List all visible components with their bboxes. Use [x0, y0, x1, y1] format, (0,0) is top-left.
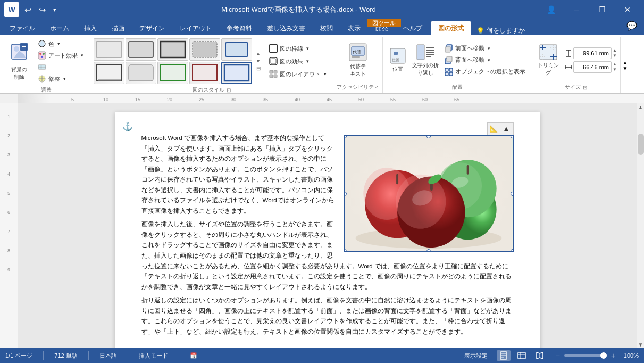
read-layout-button[interactable] — [533, 350, 547, 361]
tab-layout[interactable]: レイアウト — [172, 21, 219, 35]
ribbon-scroll-down[interactable]: ▼ — [622, 65, 628, 71]
trim-button[interactable]: トリミング — [536, 42, 561, 78]
pos-up-button[interactable]: ▲ — [500, 123, 513, 135]
text-wrap-icon — [416, 44, 435, 62]
handle-bm[interactable] — [426, 249, 431, 252]
vertical-scrollbar[interactable]: ▲ ▼ — [637, 103, 644, 348]
print-layout-button[interactable] — [497, 350, 511, 361]
width-input[interactable]: 66.46 mm — [573, 61, 612, 73]
svg-rect-48 — [445, 47, 450, 52]
group-placement-content: 位置 位置 文字列の折り返し 前面へ移動 ▾ 背面へ移動 — [386, 38, 529, 84]
style-thumb-6[interactable] — [94, 62, 124, 84]
display-settings-button[interactable]: 表示設定 — [464, 352, 488, 360]
select-objects-button[interactable]: オブジェクトの選択と表示 — [441, 67, 529, 77]
bring-front-button[interactable]: 前面へ移動 ▾ — [441, 43, 529, 54]
art-effect-button[interactable]: アート効果 ▾ — [35, 50, 87, 61]
height-up[interactable]: ▲ — [613, 48, 617, 53]
ribbon-scroll-control: ▲ ▼ — [621, 37, 629, 93]
page-count: 1/1 ページ — [5, 352, 32, 360]
scroll-track[interactable] — [637, 111, 645, 341]
zoom-slider[interactable] — [564, 354, 607, 357]
redo-button[interactable]: ↪ — [37, 4, 48, 16]
picture-border-button[interactable]: 図の枠線 ▾ — [266, 43, 330, 54]
size-dialog-launcher[interactable]: ⊡ — [583, 85, 587, 90]
style-thumb-5[interactable] — [221, 38, 252, 61]
picture-effect-button[interactable]: 図の効果 ▾ — [266, 56, 330, 67]
ribbon-scroll-up[interactable]: ▲ — [622, 60, 628, 65]
tab-file[interactable]: ファイル — [2, 21, 43, 35]
tab-design[interactable]: デザイン — [132, 21, 172, 35]
text-wrap-button[interactable]: 文字列の折り返し — [411, 42, 440, 78]
tab-review[interactable]: 校閲 — [313, 21, 340, 35]
handle-mr[interactable] — [511, 192, 514, 196]
web-layout-button[interactable] — [515, 350, 529, 361]
layout-options-button[interactable]: 📐 — [488, 123, 500, 135]
group-styles: ▲ ▼ ⊟ 図の枠線 ▾ 図の効果 ▾ 図のレイアウト ▾ — [90, 37, 333, 93]
scroll-thumb[interactable] — [638, 134, 644, 155]
style-dropdown-btn[interactable]: ⊟ — [256, 65, 261, 72]
svg-text:位置: 位置 — [392, 58, 399, 62]
svg-rect-23 — [129, 65, 153, 81]
tab-draw[interactable]: 描画 — [104, 21, 132, 35]
style-thumb-9[interactable] — [189, 62, 220, 84]
image-placeholder[interactable] — [344, 135, 514, 252]
remove-background-button[interactable]: 背景の削除 — [5, 43, 33, 79]
style-scroll-up[interactable]: ▲ — [256, 50, 261, 57]
height-spinner[interactable]: ▲ ▼ — [613, 48, 617, 59]
undo-button[interactable]: ↩ — [22, 4, 34, 16]
tab-insert[interactable]: 挿入 — [77, 21, 104, 35]
svg-rect-12 — [40, 65, 42, 69]
tab-refs[interactable]: 参考資料 — [219, 21, 260, 35]
zoom-plus-button[interactable]: + — [611, 351, 615, 360]
height-input[interactable]: 99.61 mm — [573, 47, 612, 59]
style-thumb-8[interactable] — [157, 62, 188, 84]
picture-layout-label: 図のレイアウト — [280, 70, 321, 78]
position-button[interactable]: 位置 位置 — [386, 42, 409, 78]
image-container[interactable]: 📐 ▲ — [344, 135, 514, 252]
what-do-button[interactable]: 💡 何をしますか — [471, 26, 530, 35]
art-effect-label: アート効果 — [48, 52, 78, 60]
word-count: 712 単語 — [54, 352, 77, 360]
quick-access-dropdown[interactable]: ▾ — [51, 5, 58, 14]
group-styles-label: 図のスタイル ⊡ — [193, 86, 231, 94]
tab-format[interactable]: 図の形式 — [431, 21, 471, 35]
document-area[interactable]: ⚓ 📐 ▲ — [18, 103, 637, 348]
styles-dialog-launcher[interactable]: ⊡ — [227, 87, 231, 93]
style-scroll-down[interactable]: ▼ — [256, 57, 261, 65]
tab-home[interactable]: ホーム — [43, 21, 77, 35]
width-up[interactable]: ▲ — [613, 62, 617, 67]
width-spinner[interactable]: ▲ ▼ — [613, 62, 617, 72]
alt-text-button[interactable]: 代替 代替テキスト — [344, 42, 372, 78]
picture-layout-button[interactable]: 図のレイアウト ▾ — [266, 69, 330, 79]
remove-background-label: 背景の削除 — [11, 66, 27, 81]
send-back-button[interactable]: 背面へ移動 ▾ — [441, 55, 529, 65]
handle-br[interactable] — [511, 249, 514, 252]
minimize-button[interactable]: ─ — [564, 0, 589, 19]
zoom-thumb[interactable] — [600, 352, 607, 359]
picture-border-label: 図の枠線 — [280, 45, 303, 53]
comment-button[interactable]: 💬 — [620, 16, 644, 35]
modify-label: 修整 — [48, 75, 60, 83]
tab-view[interactable]: 表示 — [340, 21, 368, 35]
style-thumb-3[interactable] — [157, 38, 188, 61]
style-thumb-2[interactable] — [126, 38, 156, 61]
color-button[interactable]: 色 ▾ — [35, 38, 87, 49]
restore-button[interactable]: ❐ — [590, 0, 614, 19]
style-thumb-1[interactable] — [94, 38, 124, 61]
height-down[interactable]: ▼ — [613, 53, 617, 59]
handle-bl[interactable] — [344, 249, 347, 252]
zoom-minus-button[interactable]: − — [556, 351, 560, 360]
style-thumb-7[interactable] — [126, 62, 156, 84]
group-adjust-content: 背景の削除 色 ▾ アート効果 ▾ — [5, 38, 87, 86]
modify-button[interactable]: 修整 ▾ — [35, 73, 87, 84]
width-down[interactable]: ▼ — [613, 67, 617, 72]
style-thumb-4[interactable] — [189, 38, 220, 61]
compress-image-button[interactable] — [35, 62, 87, 72]
paragraph-1-text: Microsoft Word で画像を挿入する場合、まず基本的な操作として「挿入… — [141, 135, 334, 214]
profile-button[interactable]: 👤 — [539, 0, 563, 19]
scroll-down-button[interactable]: ▼ — [637, 341, 645, 348]
bring-front-label: 前面へ移動 — [455, 44, 484, 52]
scroll-up-button[interactable]: ▲ — [637, 103, 645, 111]
tab-mailings[interactable]: 差し込み文書 — [260, 21, 313, 35]
style-thumb-10[interactable] — [221, 62, 252, 84]
